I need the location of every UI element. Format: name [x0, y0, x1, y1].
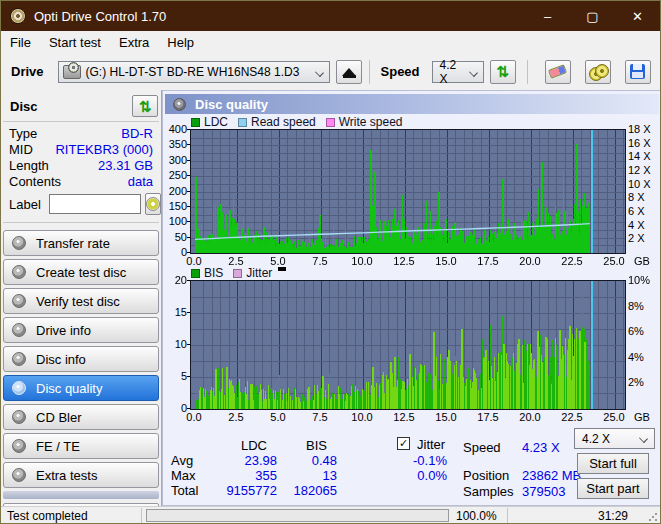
refresh-icon: ⇅	[496, 64, 509, 79]
save-button[interactable]	[625, 60, 651, 84]
disc-tools-button[interactable]	[585, 60, 611, 84]
refresh-button[interactable]: ⇅	[490, 60, 516, 84]
menu-item-help[interactable]: Help	[158, 33, 203, 52]
x-axis-tick: 10.0	[344, 255, 380, 267]
y-axis-right-tick: 10%	[628, 274, 658, 286]
disc-field-label: Length	[9, 159, 49, 173]
sidebar-item-transfer-rate[interactable]: Transfer rate	[3, 230, 159, 256]
sidebar-item-disc-quality[interactable]: Disc quality	[3, 375, 159, 401]
maximize-button[interactable]: ▢	[570, 1, 615, 31]
start-part-button[interactable]: Start part	[577, 478, 649, 499]
y-axis-right-tick: 12 X	[628, 164, 658, 176]
label-input[interactable]	[49, 194, 141, 214]
legend-label: LDC	[204, 115, 228, 129]
samples-stat-label: Samples	[463, 484, 514, 499]
x-axis-tick: 15.0	[428, 411, 464, 423]
sidebar-item-drive-info[interactable]: Drive info	[3, 317, 159, 343]
y-axis-tick: 5	[163, 370, 187, 382]
sidebar-item-label: Verify test disc	[36, 294, 120, 309]
sidebar-item-label: Extra tests	[36, 468, 97, 483]
disc-panel-title: Disc	[10, 99, 37, 114]
menu-item-extra[interactable]: Extra	[110, 33, 158, 52]
start-full-button[interactable]: Start full	[577, 453, 649, 474]
sidebar-nav: Transfer rateCreate test discVerify test…	[1, 227, 161, 488]
bis-column-header: BIS	[306, 438, 346, 453]
cd-icon	[12, 468, 26, 482]
speed-stat-label: Speed	[463, 440, 501, 455]
disc-field-label: Type	[9, 127, 37, 141]
disc-refresh-button[interactable]: ⇅	[132, 95, 158, 117]
app-cd-icon	[10, 8, 26, 24]
test-speed-select[interactable]: 4.2 X	[574, 428, 655, 449]
test-speed-select-value: 4.2 X	[582, 432, 610, 446]
sidebar-item-cd-bler[interactable]: CD Bler	[3, 404, 159, 430]
y-axis-tick: 250	[163, 169, 187, 181]
speed-label: Speed	[381, 64, 420, 79]
menu-item-file[interactable]: File	[1, 33, 40, 52]
sidebar-item-fe-te[interactable]: FE / TE	[3, 433, 159, 459]
menu-item-start-test[interactable]: Start test	[40, 33, 110, 52]
legend-swatch-bis	[191, 269, 200, 278]
cd-icon	[12, 294, 26, 308]
sidebar-item-create-test-disc[interactable]: Create test disc	[3, 259, 159, 285]
position-stat-value: 23862 MB	[522, 468, 581, 483]
sidebar-item-label: Disc info	[36, 352, 86, 367]
refresh-icon: ⇅	[139, 99, 152, 114]
close-button[interactable]: ✕	[615, 1, 660, 31]
bis-total-value: 182065	[285, 483, 337, 498]
y-axis-tick: 20	[163, 274, 187, 286]
cd-icon	[12, 323, 26, 337]
x-axis-tick: 20.0	[512, 255, 548, 267]
chevron-down-icon	[315, 68, 324, 77]
x-axis-tick: 0.0	[176, 255, 212, 267]
stat-row-label: Max	[171, 468, 196, 483]
sidebar-item-disc-info[interactable]: Disc info	[3, 346, 159, 372]
ldc-avg-value: 23.98	[205, 453, 277, 468]
jitter-label: Jitter	[417, 437, 445, 452]
speed-select[interactable]: 4.2 X	[432, 61, 484, 83]
jitter-max-value: 0.0%	[387, 468, 447, 483]
chevron-down-icon	[639, 434, 648, 443]
cd-icon	[146, 197, 160, 211]
x-axis-tick: 7.5	[302, 255, 338, 267]
samples-stat-value: 379503	[522, 484, 565, 499]
y-axis-right-tick: 8 X	[628, 191, 658, 203]
drive-select-value: (G:) HL-DT-ST BD-RE WH16NS48 1.D3	[86, 65, 300, 79]
disc-field-value: BD-R	[121, 127, 153, 141]
bis-chart-canvas	[190, 280, 626, 410]
legend-swatch-ldc	[191, 118, 200, 127]
eject-button[interactable]	[336, 60, 362, 84]
x-axis-tick: 12.5	[386, 255, 422, 267]
sidebar-item-verify-test-disc[interactable]: Verify test disc	[3, 288, 159, 314]
drive-select[interactable]: (G:) HL-DT-ST BD-RE WH16NS48 1.D3	[58, 61, 330, 83]
sidebar-item-label: Transfer rate	[36, 236, 110, 251]
app-window: Opti Drive Control 1.70 – ▢ ✕ FileStart …	[0, 0, 661, 524]
disc-field-value: RITEKBR3 (000)	[55, 143, 153, 157]
elapsed-time: 31:29	[598, 509, 628, 523]
minimize-button[interactable]: –	[525, 1, 570, 31]
jitter-checkbox[interactable]: ✓	[397, 437, 410, 450]
y-axis-tick: 100	[163, 215, 187, 227]
sidebar: Disc ⇅ TypeBD-RMIDRITEKBR3 (000)Length23…	[1, 90, 162, 506]
chevron-down-icon	[469, 68, 478, 77]
legend-label: BIS	[204, 266, 223, 280]
sidebar-item-extra-tests[interactable]: Extra tests	[3, 462, 159, 488]
stat-row-label: Avg	[171, 453, 193, 468]
progress-bar	[146, 509, 449, 522]
x-axis-tick: 10.0	[344, 411, 380, 423]
resize-grip[interactable]	[648, 512, 658, 522]
y-axis-right-tick: 16 X	[628, 137, 658, 149]
panel-title: Disc quality	[195, 97, 268, 112]
legend-swatch-read-speed	[238, 118, 247, 127]
disc-field-label: Contents	[9, 175, 61, 189]
drive-label: Drive	[11, 64, 44, 79]
y-axis-tick: 200	[163, 185, 187, 197]
erase-disc-button[interactable]	[545, 60, 571, 84]
ldc-max-value: 355	[205, 468, 277, 483]
write-label-button[interactable]	[145, 193, 161, 215]
status-text: Test completed	[7, 509, 88, 523]
y-axis-right-tick: 6 X	[628, 205, 658, 217]
window-title: Opti Drive Control 1.70	[34, 9, 166, 24]
save-icon	[630, 64, 645, 79]
disc-field-row: TypeBD-R	[1, 126, 161, 142]
